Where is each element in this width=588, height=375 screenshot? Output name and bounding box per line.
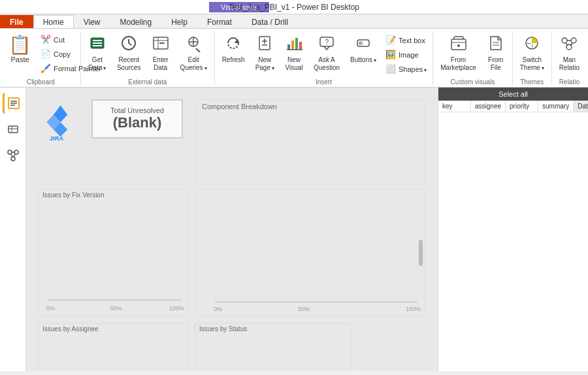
component-breakdown-title: Component Breakdown (197, 100, 424, 113)
chart-scrollbar[interactable] (419, 240, 423, 266)
column-headers-scroll[interactable]: key assignee priority summary DateCreate… (438, 101, 588, 112)
svg-rect-2 (93, 42, 102, 44)
col-summary[interactable]: summary (538, 101, 574, 112)
recent-sources-button[interactable]: RecentSources (112, 31, 146, 74)
sidebar-item-data[interactable] (3, 119, 24, 140)
paste-button[interactable]: 📋 Paste (4, 31, 36, 66)
image-button[interactable]: 🖼️ Image (382, 48, 430, 61)
ask-question-button[interactable]: ? Ask AQuestion (309, 31, 344, 74)
component-detail-chart[interactable]: 0% 50% 100% (195, 189, 425, 316)
ribbon-group-relationships: ManRelatio Relatio (552, 31, 587, 86)
svg-line-51 (11, 154, 12, 157)
svg-line-14 (196, 48, 200, 52)
buttons-button[interactable]: Buttons▾ (346, 31, 381, 67)
from-file-button[interactable]: FromFile (482, 31, 510, 74)
issues-fix-version-title: Issues by Fix Version (39, 189, 188, 201)
col-datecreated[interactable]: DateCreated ▼ (574, 101, 588, 112)
ribbon-group-clipboard: 📋 Paste ✂️ Cut 📄 Copy 🖌️ Format Painter … (1, 31, 81, 86)
manage-relationships-button[interactable]: ManRelatio (555, 31, 584, 74)
recent-sources-icon (120, 34, 138, 55)
enter-data-icon (152, 34, 170, 55)
image-icon: 🖼️ (385, 50, 396, 59)
axis-label-left: 0% (46, 305, 55, 312)
buttons-icon (354, 34, 372, 55)
tab-file[interactable]: File (0, 15, 33, 28)
custom-visuals-label: Custom visuals (436, 76, 509, 86)
svg-line-52 (14, 154, 15, 157)
component-breakdown-chart[interactable]: Component Breakdown (196, 99, 425, 184)
tab-home[interactable]: Home (33, 15, 74, 28)
get-data-icon (88, 34, 106, 55)
svg-point-47 (8, 150, 12, 154)
svg-rect-44 (8, 126, 18, 133)
refresh-icon (224, 34, 242, 55)
svg-text:JIRA: JIRA (50, 135, 64, 142)
jira-logo: JIRA (38, 99, 84, 145)
col-key[interactable]: key (438, 101, 471, 112)
component-axis-mid: 50% (299, 306, 310, 312)
external-data-label: External data (84, 76, 212, 86)
switch-theme-button[interactable]: SwitchTheme▾ (515, 31, 549, 74)
new-page-button[interactable]: NewPage▾ (251, 31, 279, 74)
left-sidebar (0, 88, 26, 371)
main-canvas[interactable]: JIRA Total Unresolved (Blank) Component … (26, 88, 438, 371)
axis-label-right: 100% (169, 305, 184, 312)
col-assignee[interactable]: assignee (471, 101, 506, 112)
tab-bar: File Home View Modeling Help Format Data… (0, 14, 588, 29)
cut-icon: ✂️ (41, 35, 51, 44)
from-marketplace-icon (449, 34, 468, 55)
refresh-button[interactable]: Refresh (218, 31, 250, 67)
svg-rect-1 (93, 40, 102, 41)
edit-queries-button[interactable]: EditQueries▾ (176, 31, 212, 74)
format-painter-icon: 🖌️ (41, 63, 51, 73)
tab-help[interactable]: Help (161, 15, 197, 28)
total-unresolved-title: Total Unresolved (110, 106, 164, 114)
issues-status-title: Issues by Status (195, 323, 351, 334)
title-bar: Visual tools Test_Jira_PBI_v1 - Power BI… (0, 0, 588, 14)
right-panel: Select all key assignee priority summary… (438, 88, 588, 371)
insert-label: Insert (218, 76, 431, 86)
copy-icon: 📄 (41, 49, 51, 59)
new-visual-icon (285, 34, 303, 55)
new-page-icon (255, 34, 274, 55)
shapes-button[interactable]: ⬜ Shapes▾ (382, 62, 430, 76)
ribbon-group-custom-visuals: FromMarketplace FromFile Custom visuals (433, 31, 512, 86)
axis-label-mid: 50% (110, 305, 122, 312)
issues-assignee-title: Issues by Assignee (39, 323, 188, 334)
issues-assignee-chart[interactable]: Issues by Assignee (38, 323, 188, 371)
text-box-button[interactable]: 📝 Text box (382, 33, 430, 47)
svg-rect-19 (287, 44, 290, 50)
from-file-icon (487, 34, 505, 55)
sidebar-item-model[interactable] (3, 145, 24, 166)
tab-format[interactable]: Format (197, 15, 242, 28)
svg-point-49 (11, 157, 15, 161)
sidebar-item-report[interactable] (3, 93, 24, 114)
switch-theme-icon (523, 34, 541, 55)
component-axis-right: 100% (406, 306, 421, 312)
paste-icon: 📋 (8, 34, 31, 56)
new-visual-button[interactable]: NewVisual (280, 31, 308, 74)
svg-point-30 (457, 44, 460, 47)
shapes-icon: ⬜ (385, 64, 396, 74)
enter-data-button[interactable]: EnterData (147, 31, 174, 74)
svg-line-6 (129, 43, 131, 45)
get-data-button[interactable]: GetData▾ (84, 31, 111, 74)
ribbon-group-insert: Refresh NewPage▾ NewVisual ? Ask AQuesti… (215, 31, 434, 86)
tab-data-drill[interactable]: Data / Drill (242, 15, 298, 28)
svg-rect-10 (159, 42, 165, 44)
ribbon-group-themes: SwitchTheme▾ Themes (513, 31, 552, 86)
tab-modeling[interactable]: Modeling (110, 15, 161, 28)
issues-status-chart[interactable]: Issues by Status 0% 50% 100% (195, 323, 351, 371)
edit-queries-icon (184, 34, 203, 55)
issues-fix-version-chart[interactable]: Issues by Fix Version 0% 50% 100% (38, 189, 188, 316)
svg-point-35 (571, 38, 576, 43)
svg-rect-3 (93, 45, 102, 46)
component-axis-left: 0% (214, 306, 222, 312)
tab-view[interactable]: View (74, 15, 110, 28)
col-priority[interactable]: priority (506, 101, 538, 112)
ribbon-group-external-data: GetData▾ RecentSources EnterData EditQue… (81, 31, 215, 86)
svg-point-34 (562, 38, 567, 43)
themes-label: Themes (515, 76, 549, 86)
relationships-label: Relatio (555, 76, 584, 86)
from-marketplace-button[interactable]: FromMarketplace (436, 31, 480, 74)
